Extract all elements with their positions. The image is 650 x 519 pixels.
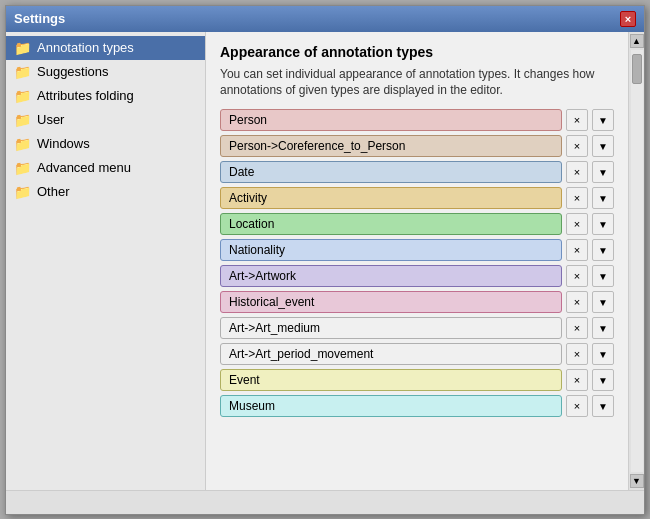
section-desc: You can set individual appearance of ann…: [220, 66, 614, 100]
sidebar-item-annotation-types[interactable]: 📁Annotation types: [6, 36, 205, 60]
folder-icon: 📁: [14, 40, 31, 56]
sidebar-item-windows[interactable]: 📁Windows: [6, 132, 205, 156]
annotation-tag: Activity: [220, 187, 562, 209]
annotation-dropdown-button[interactable]: ▼: [592, 317, 614, 339]
sidebar: 📁Annotation types📁Suggestions📁Attributes…: [6, 32, 206, 490]
annotation-row: Date×▼: [220, 161, 614, 183]
annotation-tag: Location: [220, 213, 562, 235]
annotation-dropdown-button[interactable]: ▼: [592, 265, 614, 287]
scroll-track: [631, 50, 643, 472]
folder-icon: 📁: [14, 112, 31, 128]
main-content: Appearance of annotation types You can s…: [206, 32, 628, 490]
folder-icon: 📁: [14, 184, 31, 200]
sidebar-item-other[interactable]: 📁Other: [6, 180, 205, 204]
sidebar-item-suggestions[interactable]: 📁Suggestions: [6, 60, 205, 84]
annotation-row: Activity×▼: [220, 187, 614, 209]
sidebar-item-label: Windows: [37, 136, 90, 151]
annotation-row: Art->Artwork×▼: [220, 265, 614, 287]
annotation-dropdown-button[interactable]: ▼: [592, 109, 614, 131]
annotation-tag: Person->Coreference_to_Person: [220, 135, 562, 157]
annotation-dropdown-button[interactable]: ▼: [592, 343, 614, 365]
annotation-row: Person->Coreference_to_Person×▼: [220, 135, 614, 157]
scroll-up-button[interactable]: ▲: [630, 34, 644, 48]
annotation-row: Location×▼: [220, 213, 614, 235]
sidebar-item-advanced-menu[interactable]: 📁Advanced menu: [6, 156, 205, 180]
annotation-row: Museum×▼: [220, 395, 614, 417]
settings-dialog: Settings × 📁Annotation types📁Suggestions…: [5, 5, 645, 515]
remove-annotation-button[interactable]: ×: [566, 395, 588, 417]
scroll-down-button[interactable]: ▼: [630, 474, 644, 488]
annotation-tag: Historical_event: [220, 291, 562, 313]
annotation-tag: Art->Art_medium: [220, 317, 562, 339]
annotation-row: Person×▼: [220, 109, 614, 131]
sidebar-item-user[interactable]: 📁User: [6, 108, 205, 132]
annotation-dropdown-button[interactable]: ▼: [592, 369, 614, 391]
bottom-bar: [6, 490, 644, 514]
remove-annotation-button[interactable]: ×: [566, 135, 588, 157]
folder-icon: 📁: [14, 136, 31, 152]
remove-annotation-button[interactable]: ×: [566, 161, 588, 183]
remove-annotation-button[interactable]: ×: [566, 109, 588, 131]
folder-icon: 📁: [14, 64, 31, 80]
annotation-row: Historical_event×▼: [220, 291, 614, 313]
annotation-list: Person×▼Person->Coreference_to_Person×▼D…: [220, 109, 614, 477]
main-panel: Appearance of annotation types You can s…: [206, 32, 628, 490]
annotation-tag: Person: [220, 109, 562, 131]
annotation-tag: Art->Artwork: [220, 265, 562, 287]
sidebar-item-attributes-folding[interactable]: 📁Attributes folding: [6, 84, 205, 108]
remove-annotation-button[interactable]: ×: [566, 291, 588, 313]
section-title: Appearance of annotation types: [220, 44, 614, 60]
remove-annotation-button[interactable]: ×: [566, 343, 588, 365]
annotation-dropdown-button[interactable]: ▼: [592, 213, 614, 235]
annotation-tag: Date: [220, 161, 562, 183]
sidebar-item-label: User: [37, 112, 64, 127]
remove-annotation-button[interactable]: ×: [566, 265, 588, 287]
annotation-tag: Nationality: [220, 239, 562, 261]
annotation-row: Art->Art_period_movement×▼: [220, 343, 614, 365]
remove-annotation-button[interactable]: ×: [566, 187, 588, 209]
annotation-tag: Event: [220, 369, 562, 391]
remove-annotation-button[interactable]: ×: [566, 239, 588, 261]
scrollbar[interactable]: ▲ ▼: [628, 32, 644, 490]
remove-annotation-button[interactable]: ×: [566, 317, 588, 339]
sidebar-item-label: Attributes folding: [37, 88, 134, 103]
annotation-dropdown-button[interactable]: ▼: [592, 239, 614, 261]
sidebar-item-label: Advanced menu: [37, 160, 131, 175]
scroll-thumb[interactable]: [632, 54, 642, 84]
annotation-row: Nationality×▼: [220, 239, 614, 261]
annotation-tag: Museum: [220, 395, 562, 417]
dialog-title: Settings: [14, 11, 65, 26]
annotation-dropdown-button[interactable]: ▼: [592, 135, 614, 157]
remove-annotation-button[interactable]: ×: [566, 213, 588, 235]
annotation-row: Event×▼: [220, 369, 614, 391]
annotation-tag: Art->Art_period_movement: [220, 343, 562, 365]
annotation-dropdown-button[interactable]: ▼: [592, 161, 614, 183]
close-button[interactable]: ×: [620, 11, 636, 27]
annotation-dropdown-button[interactable]: ▼: [592, 395, 614, 417]
title-bar: Settings ×: [6, 6, 644, 32]
folder-icon: 📁: [14, 88, 31, 104]
sidebar-item-label: Other: [37, 184, 70, 199]
sidebar-item-label: Suggestions: [37, 64, 109, 79]
folder-icon: 📁: [14, 160, 31, 176]
annotation-row: Art->Art_medium×▼: [220, 317, 614, 339]
remove-annotation-button[interactable]: ×: [566, 369, 588, 391]
sidebar-item-label: Annotation types: [37, 40, 134, 55]
annotation-dropdown-button[interactable]: ▼: [592, 291, 614, 313]
annotation-dropdown-button[interactable]: ▼: [592, 187, 614, 209]
